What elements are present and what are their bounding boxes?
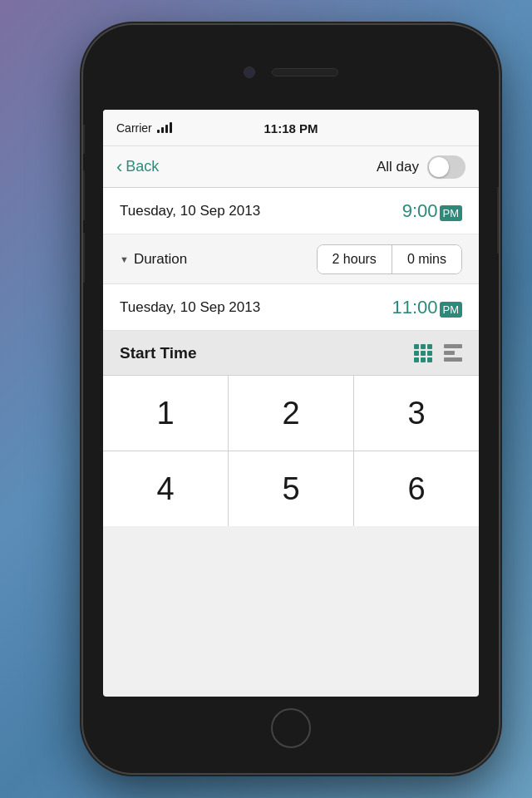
grid-cell bbox=[414, 351, 419, 356]
numpad-key-5[interactable]: 5 bbox=[229, 451, 353, 526]
numpad-key-4[interactable]: 4 bbox=[103, 451, 228, 526]
start-time-display: 9:00 PM bbox=[402, 200, 462, 222]
start-time-value: 9:00 bbox=[402, 200, 438, 222]
duration-label-container: ▼ Duration bbox=[120, 251, 303, 268]
grid-cell bbox=[427, 351, 432, 356]
status-bar: Carrier 11:18 PM bbox=[103, 110, 479, 146]
list-bar bbox=[444, 351, 455, 355]
nav-bar: ‹ Back All day bbox=[103, 146, 479, 188]
numpad-key-1[interactable]: 1 bbox=[103, 376, 228, 451]
top-hardware bbox=[93, 56, 489, 89]
phone-inner: Carrier 11:18 PM ‹ Back All da bbox=[93, 35, 489, 763]
list-bar bbox=[444, 357, 462, 362]
allday-toggle[interactable] bbox=[427, 155, 466, 179]
numpad: 1 2 3 4 5 6 bbox=[103, 376, 479, 526]
numpad-key-6[interactable]: 6 bbox=[354, 451, 479, 526]
dropdown-arrow-icon: ▼ bbox=[120, 254, 129, 264]
volume-up-button[interactable] bbox=[83, 170, 85, 220]
grid-cell bbox=[427, 357, 432, 362]
back-label: Back bbox=[126, 158, 159, 175]
carrier-area: Carrier bbox=[116, 121, 172, 135]
section-title: Start Time bbox=[120, 344, 197, 362]
duration-label: Duration bbox=[134, 251, 187, 268]
numpad-key-2[interactable]: 2 bbox=[229, 376, 353, 451]
start-date-row[interactable]: Tuesday, 10 Sep 2013 9:00 PM bbox=[103, 188, 479, 234]
grid-cell bbox=[414, 344, 419, 349]
duration-hours[interactable]: 2 hours bbox=[318, 245, 392, 273]
grid-cell bbox=[421, 344, 426, 349]
list-view-icon[interactable] bbox=[444, 344, 462, 362]
end-date-row: Tuesday, 10 Sep 2013 11:00 PM bbox=[103, 284, 479, 331]
duration-row: ▼ Duration 2 hours 0 mins bbox=[103, 234, 479, 284]
section-header: Start Time bbox=[103, 331, 479, 376]
grid-cell bbox=[414, 357, 419, 362]
clock: 11:18 PM bbox=[264, 121, 318, 135]
view-icons bbox=[414, 344, 462, 362]
camera bbox=[244, 66, 255, 78]
end-time-ampm: PM bbox=[440, 302, 463, 318]
grid-cell bbox=[421, 351, 426, 356]
end-date: Tuesday, 10 Sep 2013 bbox=[120, 299, 378, 316]
end-time-display: 11:00 PM bbox=[392, 297, 462, 318]
grid-cell bbox=[427, 344, 432, 349]
list-bar bbox=[444, 344, 462, 348]
numpad-key-3[interactable]: 3 bbox=[354, 376, 479, 451]
grid-view-icon[interactable] bbox=[414, 344, 432, 362]
end-time-value: 11:00 bbox=[392, 297, 437, 318]
speaker bbox=[272, 68, 338, 76]
home-button[interactable] bbox=[271, 708, 311, 748]
back-button[interactable]: ‹ Back bbox=[116, 158, 159, 176]
start-time-ampm: PM bbox=[440, 205, 463, 221]
allday-label: All day bbox=[377, 159, 419, 175]
duration-mins[interactable]: 0 mins bbox=[392, 245, 461, 273]
allday-container: All day bbox=[377, 155, 466, 179]
power-button[interactable] bbox=[497, 187, 499, 254]
start-date: Tuesday, 10 Sep 2013 bbox=[120, 203, 389, 219]
back-chevron-icon: ‹ bbox=[116, 158, 122, 176]
grid-cell bbox=[421, 357, 426, 362]
carrier-label: Carrier bbox=[116, 121, 152, 135]
duration-pills: 2 hours 0 mins bbox=[317, 244, 463, 274]
screen: Carrier 11:18 PM ‹ Back All da bbox=[103, 110, 479, 697]
mute-switch bbox=[83, 125, 85, 154]
wifi-icon bbox=[157, 123, 172, 133]
phone-shell: Carrier 11:18 PM ‹ Back All da bbox=[83, 25, 499, 773]
volume-down-button[interactable] bbox=[83, 233, 85, 283]
toggle-knob bbox=[429, 157, 449, 177]
